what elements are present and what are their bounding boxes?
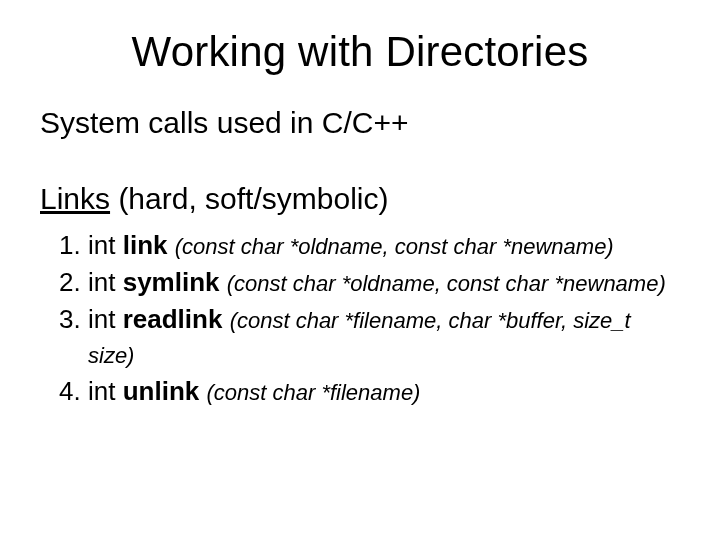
function-list: int link (const char *oldname, const cha… [40,228,680,409]
function-name: symlink [123,267,227,297]
return-type: int [88,267,123,297]
slide: Working with Directories System calls us… [0,0,720,540]
list-item: int unlink (const char *filename) [88,374,680,409]
return-type: int [88,230,123,260]
function-name: unlink [123,376,207,406]
function-args: (const char *oldname, const char *newnam… [175,234,614,259]
slide-title: Working with Directories [40,28,680,76]
list-item: int readlink (const char *filename, char… [88,302,680,372]
list-item: int symlink (const char *oldname, const … [88,265,680,300]
function-args: (const char *filename) [206,380,420,405]
return-type: int [88,376,123,406]
function-name: link [123,230,175,260]
section-heading: Links (hard, soft/symbolic) [40,182,680,216]
section-heading-rest: (hard, soft/symbolic) [110,182,388,215]
slide-subtitle: System calls used in C/C++ [40,106,680,140]
function-args: (const char *oldname, const char *newnam… [227,271,666,296]
return-type: int [88,304,123,334]
section-heading-underlined: Links [40,182,110,215]
function-name: readlink [123,304,230,334]
list-item: int link (const char *oldname, const cha… [88,228,680,263]
